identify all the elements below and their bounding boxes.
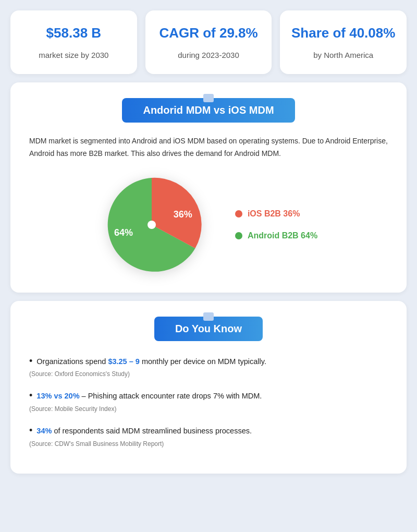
fact-source-3: (Source: CDW's Small Business Mobility R… xyxy=(29,440,388,448)
android-pie-label: 64% xyxy=(114,227,133,238)
legend-item-ios: iOS B2B 36% xyxy=(235,209,317,219)
stat-label-market-size: market size by 2030 xyxy=(21,51,127,59)
fact-bullet-1: • xyxy=(29,356,32,366)
pie-chart: 64% 36% xyxy=(100,173,204,277)
chart-legend: iOS B2B 36% Android B2B 64% xyxy=(235,209,317,240)
ios-legend-dot xyxy=(235,210,242,217)
chart-section: 64% 36% iOS B2B 36% Android B2B 64% xyxy=(29,173,388,277)
fact-item-3: • 34% of respondents said MDM streamline… xyxy=(29,423,388,448)
do-you-know-section: Do You Know • Organizations spend $3.25 … xyxy=(10,301,407,474)
mdm-title-badge: Andorid MDM vs iOS MDM xyxy=(122,98,295,123)
stat-label-share: by North America xyxy=(290,51,396,59)
fact-text-after-2: – Phishing attack encounter rate drops 7… xyxy=(82,392,262,400)
do-you-know-header: Do You Know xyxy=(29,317,388,341)
ios-pie-label: 36% xyxy=(174,209,192,220)
fact-bullet-3: • xyxy=(29,425,32,436)
pie-center-dot xyxy=(148,221,156,229)
fact-text-after-1: monthly per device on MDM typically. xyxy=(142,357,266,366)
fact-text-2: • 13% vs 20% – Phishing attack encounter… xyxy=(29,388,388,403)
fact-highlight-3: 34% xyxy=(36,427,52,435)
stat-card-market-size: $58.38 B market size by 2030 xyxy=(10,10,137,74)
android-legend-label: Android B2B 64% xyxy=(248,231,317,240)
android-legend-dot xyxy=(235,232,242,239)
stat-label-cagr: during 2023-2030 xyxy=(156,51,262,59)
mdm-section-header: Andorid MDM vs iOS MDM xyxy=(29,98,388,123)
stats-row: $58.38 B market size by 2030 CAGR of 29.… xyxy=(10,10,407,74)
stat-value-market-size: $58.38 B xyxy=(21,25,127,41)
fact-text-1: • Organizations spend $3.25 – 9 monthly … xyxy=(29,354,388,369)
fact-source-2: (Source: Mobile Security Index) xyxy=(29,405,388,413)
do-you-know-title-badge: Do You Know xyxy=(154,317,263,341)
legend-item-android: Android B2B 64% xyxy=(235,231,317,240)
fact-item-2: • 13% vs 20% – Phishing attack encounter… xyxy=(29,388,388,413)
mdm-description: MDM market is segmented into Android and… xyxy=(29,135,388,160)
stat-value-share: Share of 40.08% xyxy=(290,25,396,41)
pie-svg xyxy=(100,173,204,277)
stat-card-share: Share of 40.08% by North America xyxy=(280,10,407,74)
fact-text-3: • 34% of respondents said MDM streamline… xyxy=(29,423,388,438)
fact-item-1: • Organizations spend $3.25 – 9 monthly … xyxy=(29,354,388,378)
fact-text-before-1: Organizations spend xyxy=(36,357,108,366)
fact-text-after-3: of respondents said MDM streamlined busi… xyxy=(54,427,252,435)
fact-highlight-2: 13% vs 20% xyxy=(36,392,79,400)
ios-legend-label: iOS B2B 36% xyxy=(248,209,300,219)
fact-source-1: (Source: Oxford Economics's Study) xyxy=(29,370,388,378)
mdm-section: Andorid MDM vs iOS MDM MDM market is seg… xyxy=(10,82,407,293)
fact-bullet-2: • xyxy=(29,390,32,401)
stat-card-cagr: CAGR of 29.8% during 2023-2030 xyxy=(145,10,272,74)
fact-highlight-1: $3.25 – 9 xyxy=(108,357,139,366)
stat-value-cagr: CAGR of 29.8% xyxy=(156,25,262,41)
